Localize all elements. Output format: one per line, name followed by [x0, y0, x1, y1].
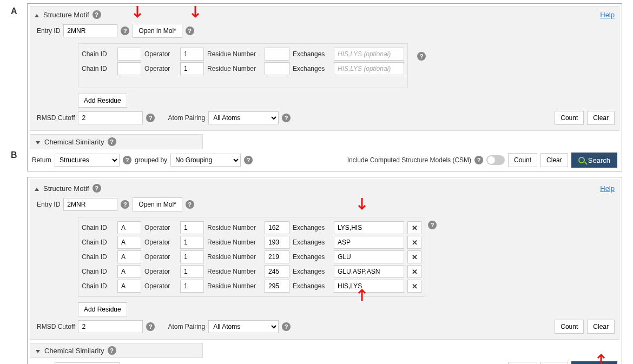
return-select[interactable]: Structures — [55, 154, 120, 167]
remove-row-button[interactable]: ✕ — [407, 280, 421, 293]
operator-input[interactable] — [180, 280, 204, 293]
clear-button[interactable]: Clear — [587, 111, 615, 125]
help-icon[interactable]: ? — [186, 27, 194, 35]
residue-number-input[interactable] — [265, 48, 289, 61]
annotation-arrow — [190, 5, 201, 21]
help-icon[interactable]: ? — [186, 200, 194, 209]
entry-id-input[interactable] — [63, 198, 117, 211]
operator-input[interactable] — [180, 250, 204, 263]
exchanges-input[interactable] — [334, 62, 404, 75]
figure-label-b: B — [11, 150, 17, 160]
residue-number-input[interactable] — [265, 250, 289, 263]
count-button[interactable]: Count — [555, 111, 584, 125]
annotation-arrow — [596, 350, 606, 364]
help-icon[interactable]: ? — [121, 27, 129, 35]
collapse-icon[interactable] — [35, 184, 40, 193]
chain-id-input[interactable] — [117, 221, 141, 234]
residue-grid: Chain ID Operator Residue Number Exchang… — [78, 217, 425, 297]
operator-label: Operator — [144, 268, 177, 275]
annotation-arrow — [132, 5, 143, 21]
help-icon[interactable]: ? — [93, 10, 101, 19]
help-icon[interactable]: ? — [93, 184, 101, 193]
help-icon[interactable]: ? — [146, 322, 155, 331]
clear-button[interactable]: Clear — [540, 153, 568, 167]
help-icon[interactable]: ? — [123, 156, 131, 164]
count-button[interactable]: Count — [508, 153, 537, 167]
residue-row: Chain ID Operator Residue Number Exchang… — [82, 280, 421, 293]
operator-label: Operator — [144, 50, 177, 58]
chem-sim-label: Chemical Similarity — [44, 138, 104, 146]
exchanges-input[interactable] — [334, 221, 404, 234]
exchanges-input[interactable] — [334, 250, 404, 263]
help-icon[interactable]: ? — [244, 156, 253, 164]
residue-number-input[interactable] — [265, 221, 289, 234]
residue-row: Chain ID Operator Residue Number Exchang… — [82, 221, 421, 234]
operator-input[interactable] — [180, 221, 204, 234]
help-link[interactable]: Help — [600, 11, 615, 19]
residue-number-input[interactable] — [265, 62, 289, 75]
entry-id-input[interactable] — [63, 24, 117, 37]
help-icon[interactable]: ? — [282, 322, 291, 331]
grouping-select[interactable]: No Grouping — [170, 154, 241, 167]
help-icon[interactable]: ? — [108, 137, 116, 146]
count-button[interactable]: Count — [508, 362, 537, 364]
help-icon[interactable]: ? — [417, 52, 426, 61]
exchanges-input[interactable] — [334, 236, 404, 249]
search-button[interactable]: Search — [571, 153, 617, 168]
residue-grid: Chain ID Operator Residue Number Exchang… — [78, 43, 408, 88]
residue-number-input[interactable] — [265, 236, 289, 249]
open-mol-button[interactable]: Open in Mol* — [133, 24, 182, 38]
help-icon[interactable]: ? — [121, 200, 129, 209]
remove-row-button[interactable]: ✕ — [407, 221, 421, 234]
remove-row-button[interactable]: ✕ — [407, 236, 421, 249]
chain-id-input[interactable] — [117, 265, 141, 278]
entry-id-label: Entry ID — [37, 201, 60, 208]
residue-row: Chain ID Operator Residue Number Exchang… — [82, 250, 421, 263]
operator-input[interactable] — [180, 236, 204, 249]
help-icon[interactable]: ? — [146, 114, 155, 122]
help-icon[interactable]: ? — [474, 156, 483, 164]
figure-label-a: A — [11, 6, 17, 16]
clear-button[interactable]: Clear — [587, 320, 615, 334]
add-residue-button[interactable]: Add Residue — [78, 94, 127, 108]
chain-id-input[interactable] — [117, 280, 141, 293]
chain-id-input[interactable] — [117, 62, 141, 75]
chain-id-input[interactable] — [117, 236, 141, 249]
atom-pairing-label: Atom Pairing — [168, 323, 205, 330]
exchanges-input[interactable] — [334, 48, 404, 61]
exchanges-label: Exchanges — [293, 282, 331, 290]
search-button[interactable]: Search — [571, 361, 617, 364]
remove-row-button[interactable]: ✕ — [407, 250, 421, 263]
rmsd-input[interactable] — [78, 320, 143, 333]
rmsd-input[interactable] — [78, 111, 143, 124]
residue-number-input[interactable] — [265, 265, 289, 278]
help-icon[interactable]: ? — [428, 221, 437, 229]
section-title: Structure Motif — [43, 11, 89, 19]
residue-number-input[interactable] — [265, 280, 289, 293]
exchanges-input[interactable] — [334, 280, 404, 293]
chain-id-input[interactable] — [117, 250, 141, 263]
chem-similarity-section[interactable]: Chemical Similarity ? — [30, 343, 203, 358]
chem-similarity-section[interactable]: Chemical Similarity ? — [30, 134, 203, 149]
atom-pairing-select[interactable]: All Atoms — [208, 111, 279, 124]
help-icon[interactable]: ? — [108, 346, 116, 355]
help-icon[interactable]: ? — [282, 114, 291, 122]
collapse-icon[interactable] — [35, 11, 40, 19]
rmsd-label: RMSD Cutoff — [37, 323, 75, 330]
operator-input[interactable] — [180, 62, 204, 75]
chain-id-input[interactable] — [117, 48, 141, 61]
expand-icon[interactable] — [36, 347, 41, 355]
count-button[interactable]: Count — [555, 320, 584, 334]
chem-sim-label: Chemical Similarity — [44, 347, 104, 355]
csm-toggle[interactable] — [486, 155, 505, 165]
open-mol-button[interactable]: Open in Mol* — [133, 197, 182, 211]
operator-input[interactable] — [180, 48, 204, 61]
expand-icon[interactable] — [36, 138, 41, 146]
exchanges-input[interactable] — [334, 265, 404, 278]
clear-button[interactable]: Clear — [540, 362, 568, 364]
remove-row-button[interactable]: ✕ — [407, 265, 421, 278]
help-link[interactable]: Help — [600, 184, 615, 193]
add-residue-button[interactable]: Add Residue — [78, 302, 127, 316]
atom-pairing-select[interactable]: All Atoms — [208, 320, 279, 333]
operator-input[interactable] — [180, 265, 204, 278]
